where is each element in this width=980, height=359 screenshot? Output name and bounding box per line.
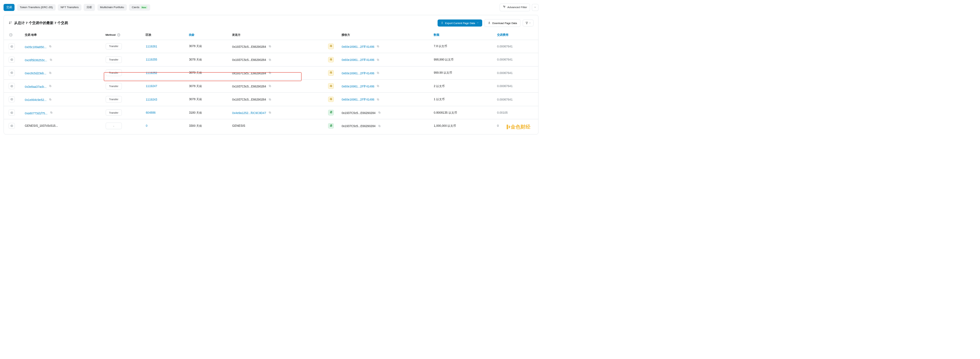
view-icon[interactable] — [8, 96, 15, 103]
fee-cell: 0.00067641 — [495, 93, 539, 106]
copy-icon[interactable] — [375, 57, 380, 62]
txhash-link[interactable]: 0x3e8aa37acb... — [25, 85, 46, 89]
copy-icon[interactable] — [267, 57, 272, 62]
copy-icon[interactable] — [267, 110, 272, 115]
th-method[interactable]: Method ? — [103, 30, 144, 40]
method-pill[interactable]: Transfer — [106, 69, 122, 76]
copy-icon[interactable] — [267, 97, 272, 102]
to-link[interactable]: 0x60e16961...2FfF41486 — [342, 71, 374, 75]
txhash-link[interactable]: 0x05c189a850... — [25, 45, 46, 49]
from-link[interactable]: 0x4e9a1252...f0C9C9D47 — [232, 111, 266, 115]
txhash-link[interactable]: 0xec8c5d23eb... — [25, 71, 46, 75]
copy-icon[interactable] — [377, 110, 382, 115]
view-icon[interactable] — [8, 57, 15, 63]
copy-icon[interactable] — [49, 110, 54, 115]
copy-icon[interactable] — [375, 84, 380, 89]
view-icon[interactable] — [8, 70, 15, 76]
fee-cell: 0.00067641 — [495, 79, 539, 92]
svg-point-41 — [11, 112, 12, 113]
amount-cell: 1 以太币 — [432, 93, 495, 106]
sort-icon[interactable] — [8, 21, 12, 25]
method-pill[interactable]: Transfer — [106, 83, 122, 90]
advanced-filter-button[interactable]: Advanced Filter — [500, 3, 530, 11]
th-txhash[interactable]: 交易 哈希 — [23, 30, 104, 40]
direction-badge: 出 — [328, 44, 333, 49]
copy-icon[interactable] — [375, 44, 380, 49]
svg-point-34 — [11, 99, 12, 100]
age-cell: 3078 天前 — [187, 40, 230, 53]
copy-icon[interactable] — [48, 57, 53, 62]
th-age[interactable]: 块龄 — [187, 30, 230, 40]
advanced-filter-caret[interactable] — [532, 4, 539, 11]
copy-icon[interactable] — [48, 84, 53, 89]
tab-transactions[interactable]: 交易 — [3, 4, 14, 11]
amount-cell: 2 以太币 — [432, 79, 495, 92]
block-link[interactable]: 1119252 — [146, 71, 157, 75]
block-link[interactable]: 0 — [146, 124, 147, 127]
block-link[interactable]: 1119243 — [146, 98, 157, 101]
txhash-link[interactable]: 0xc6f5b36253c... — [25, 59, 47, 62]
fee-cell: 0.00067641 — [495, 53, 539, 66]
tab-cards[interactable]: Cards New — [129, 4, 150, 11]
copy-icon[interactable] — [267, 84, 272, 89]
method-pill[interactable]: Transfer — [106, 56, 122, 63]
to-link[interactable]: 0x60e16961...2FfF41486 — [342, 98, 374, 101]
amount-cell: 7.8 以太币 — [432, 40, 495, 53]
method-pill[interactable]: Transfer — [106, 43, 122, 50]
amount-cell: 999.99 以太币 — [432, 66, 495, 79]
block-link[interactable]: 1119261 — [146, 44, 157, 48]
view-icon[interactable] — [8, 110, 15, 116]
table-row: 0xa60773d1f75... Transfer 604886 3180 天前… — [4, 106, 539, 119]
th-amount[interactable]: 数额 — [432, 30, 495, 40]
th-to[interactable]: 接收方 — [340, 30, 432, 40]
fee-cell: 0 — [495, 119, 539, 132]
help-icon[interactable]: ? — [117, 33, 121, 37]
method-pill[interactable]: - — [106, 122, 122, 129]
to-link[interactable]: 0x60e16961...2FfF41486 — [342, 58, 374, 62]
svg-marker-5 — [526, 22, 528, 24]
copy-icon[interactable] — [48, 97, 53, 102]
tab-nft-transfers[interactable]: NFT Transfers — [58, 4, 81, 11]
txhash-link[interactable]: 0x1e994c9e52... — [25, 98, 46, 102]
to-link[interactable]: 0x60e16961...2FfF41486 — [342, 85, 374, 88]
copy-icon[interactable] — [375, 70, 380, 75]
download-button[interactable]: Download Page Data — [484, 19, 520, 27]
th-from[interactable]: 发送方 — [230, 30, 322, 40]
method-pill[interactable]: Transfer — [106, 96, 122, 103]
th-block[interactable]: 区块 — [144, 30, 187, 40]
table-row: 0xc6f5b36253c... Transfer 1119255 3078 天… — [4, 53, 539, 66]
block-link[interactable]: 1119255 — [146, 58, 157, 61]
th-fee[interactable]: 交易费用 — [495, 30, 539, 40]
transactions-panel: 从总计 7 个交易中的最新 7 个交易 Export Current Page … — [3, 15, 539, 135]
copy-icon[interactable] — [377, 123, 382, 128]
export-button[interactable]: Export Current Page Data — [438, 19, 482, 27]
to-text: 0x1937C5c5...E66290284 — [342, 124, 375, 128]
chevron-down-icon — [477, 22, 479, 25]
tab-multichain[interactable]: Multichain Portfolio — [97, 4, 127, 11]
copy-icon[interactable] — [48, 70, 52, 75]
from-text: 0x1937C5c5...E66290284 — [232, 58, 266, 62]
svg-point-3 — [503, 6, 503, 6]
txhash-link[interactable]: 0xa60773d1f75... — [25, 111, 48, 115]
view-icon[interactable] — [8, 123, 15, 129]
copy-icon[interactable] — [267, 70, 272, 75]
help-icon[interactable]: ? — [9, 33, 13, 37]
tab-token-transfers[interactable]: Token Transfers (ERC-20) — [17, 4, 56, 11]
method-pill[interactable]: Transfer — [106, 110, 122, 116]
direction-badge: 进 — [328, 110, 333, 115]
copy-icon[interactable] — [48, 44, 53, 49]
block-link[interactable]: 604886 — [146, 111, 156, 114]
fee-cell: 0.00067641 — [495, 40, 539, 53]
svg-point-20 — [11, 73, 12, 73]
direction-badge: 出 — [328, 97, 333, 102]
direction-badge: 出 — [328, 70, 333, 75]
direction-badge: 进 — [328, 123, 333, 129]
to-link[interactable]: 0x60e16961...2FfF41486 — [342, 45, 374, 49]
view-icon[interactable] — [8, 43, 15, 49]
block-link[interactable]: 1119247 — [146, 84, 157, 88]
copy-icon[interactable] — [267, 44, 272, 49]
filter-icon-button[interactable] — [523, 19, 534, 27]
tab-analytics[interactable]: 分析 — [84, 4, 95, 11]
copy-icon[interactable] — [375, 97, 380, 102]
view-icon[interactable] — [8, 83, 15, 89]
